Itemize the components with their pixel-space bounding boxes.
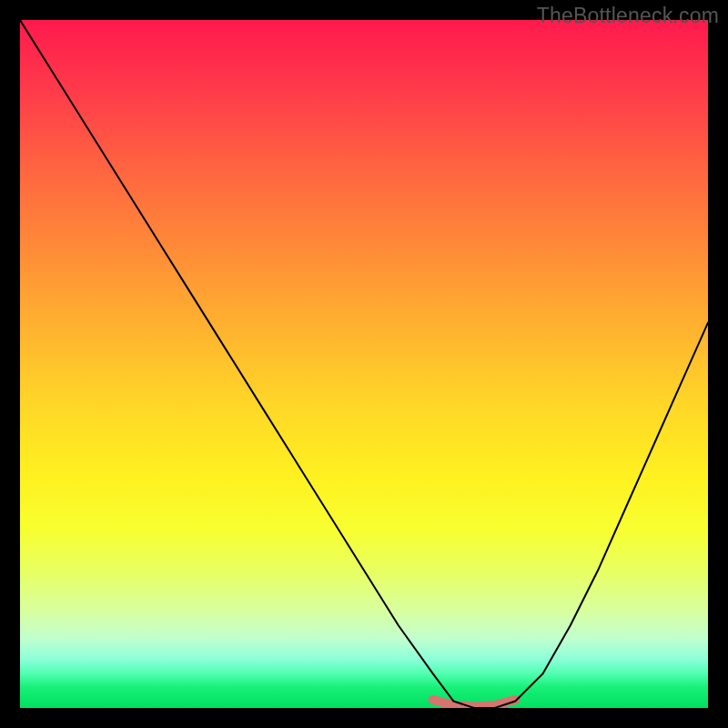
chart-svg bbox=[20, 20, 708, 708]
plot-area bbox=[20, 20, 708, 708]
watermark-text: TheBottleneck.com bbox=[537, 4, 719, 28]
chart-frame: TheBottleneck.com bbox=[0, 0, 728, 728]
bottleneck-curve bbox=[20, 20, 708, 708]
